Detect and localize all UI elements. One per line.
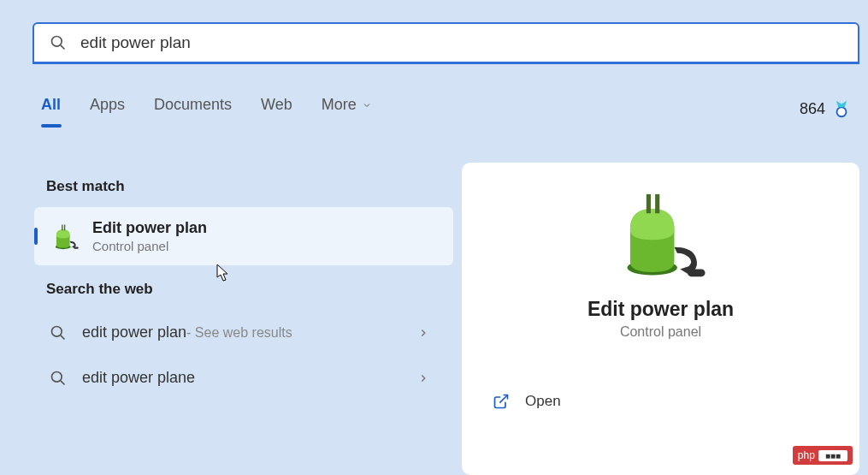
open-action[interactable]: Open	[487, 383, 834, 420]
chevron-right-icon	[417, 327, 429, 339]
chevron-right-icon	[417, 372, 429, 384]
search-icon	[50, 370, 67, 387]
watermark-main: php	[798, 449, 815, 461]
search-bar[interactable]	[32, 22, 859, 64]
svg-rect-13	[655, 194, 659, 213]
result-subtitle: Control panel	[92, 239, 207, 253]
watermark-sub: ■■■	[818, 450, 847, 461]
web-result-1[interactable]: edit power plane	[34, 355, 453, 401]
tab-more[interactable]: More	[322, 96, 372, 122]
best-match-result[interactable]: Edit power plan Control panel	[34, 207, 453, 265]
svg-rect-12	[646, 194, 650, 213]
tab-all[interactable]: All	[41, 96, 61, 122]
open-label: Open	[525, 393, 561, 410]
power-plan-icon-large	[614, 188, 708, 282]
web-result-query: edit power plane	[82, 369, 195, 387]
svg-point-2	[837, 107, 847, 116]
detail-pane: Edit power plan Control panel Open	[462, 163, 859, 475]
rewards-points[interactable]: 864	[800, 100, 851, 119]
svg-point-7	[52, 326, 62, 336]
search-icon	[50, 324, 67, 341]
chevron-down-icon	[362, 100, 372, 110]
svg-rect-14	[687, 270, 705, 277]
tab-documents[interactable]: Documents	[154, 96, 232, 122]
svg-point-9	[52, 371, 62, 382]
section-best-match: Best match	[46, 178, 453, 195]
tab-web[interactable]: Web	[261, 96, 292, 122]
search-icon	[50, 34, 67, 51]
svg-point-0	[52, 37, 62, 47]
filter-tabs: All Apps Documents Web More 864	[41, 96, 851, 122]
result-text: Edit power plan Control panel	[92, 219, 207, 253]
section-search-web: Search the web	[46, 281, 453, 298]
detail-subtitle: Control panel	[487, 324, 834, 340]
detail-title: Edit power plan	[487, 298, 834, 321]
web-result-0[interactable]: edit power plan - See web results	[34, 310, 453, 355]
power-plan-icon	[50, 221, 80, 252]
svg-line-8	[61, 335, 65, 339]
svg-rect-4	[62, 225, 62, 231]
search-results: Best match Edit power plan Control panel…	[34, 163, 453, 401]
svg-line-15	[499, 395, 507, 403]
watermark-badge: php ■■■	[793, 446, 853, 465]
search-input[interactable]	[80, 33, 842, 52]
open-icon	[493, 393, 510, 410]
svg-rect-5	[64, 225, 65, 231]
rewards-icon	[832, 100, 851, 119]
svg-line-1	[61, 45, 65, 50]
tab-more-label: More	[322, 96, 357, 114]
web-result-suffix: - See web results	[186, 325, 292, 341]
svg-rect-6	[74, 246, 79, 248]
result-title: Edit power plan	[92, 219, 207, 237]
svg-line-10	[61, 380, 65, 384]
web-result-query: edit power plan	[82, 324, 186, 341]
points-value: 864	[800, 100, 825, 118]
tab-apps[interactable]: Apps	[90, 96, 125, 122]
